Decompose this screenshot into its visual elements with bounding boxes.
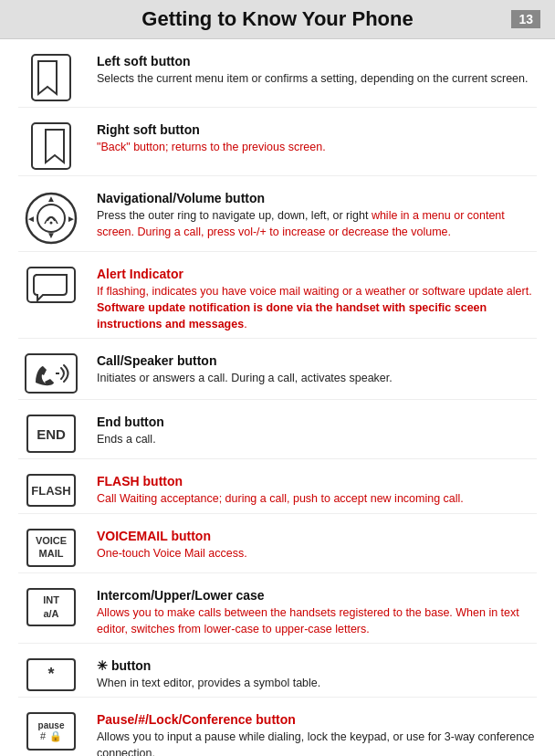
call-title: Call/Speaker button — [97, 353, 537, 368]
item-intercom-button: INTa/A Intercom/Upper/Lower case Allows … — [18, 583, 537, 644]
alert-desc: If flashing, indicates you have voice ma… — [97, 283, 537, 332]
pause-top-label: pause — [38, 720, 65, 730]
alert-icon — [18, 267, 84, 303]
star-icon: * — [18, 658, 84, 691]
page-header: Getting to Know Your Phone 13 — [0, 0, 555, 39]
page-title: Getting to Know Your Phone — [15, 7, 540, 31]
alert-text: Alert Indicator If flashing, indicates y… — [97, 267, 537, 332]
flash-desc: Call Waiting acceptance; during a call, … — [97, 490, 537, 507]
flash-icon: FLASH — [18, 474, 84, 507]
voicemail-text: VOICEMAIL button One-touch Voice Mail ac… — [97, 529, 537, 562]
star-label: * — [47, 665, 54, 684]
right-soft-icon — [18, 122, 84, 170]
page-number: 13 — [511, 10, 540, 28]
flash-title: FLASH button — [97, 474, 537, 488]
nav-title: Navigational/Volume button — [97, 191, 537, 205]
left-soft-title: Left soft button — [97, 54, 537, 68]
svg-rect-13 — [26, 354, 77, 393]
left-soft-desc: Selects the current menu item or confirm… — [97, 70, 537, 87]
left-soft-icon — [18, 54, 84, 101]
nav-desc: Press the outer ring to navigate up, dow… — [97, 207, 537, 240]
call-text: Call/Speaker button Initiates or answers… — [97, 353, 537, 386]
pause-text: Pause/#/Lock/Conference button Allows yo… — [97, 712, 537, 756]
end-title: End button — [97, 415, 537, 429]
pause-icon: pause #🔒 — [18, 712, 84, 751]
item-right-soft-button: Right soft button "Back" button; returns… — [18, 117, 537, 176]
voicemail-label: VOICEMAIL — [36, 535, 67, 559]
svg-point-5 — [37, 205, 65, 232]
item-left-soft-button: Left soft button Selects the current men… — [18, 48, 537, 108]
item-pause-button: pause #🔒 Pause/#/Lock/Conference button … — [18, 707, 537, 756]
left-soft-text: Left soft button Selects the current men… — [97, 54, 537, 87]
star-desc: When in text editor, provides a symbol t… — [97, 675, 537, 691]
item-voicemail-button: VOICEMAIL VOICEMAIL button One-touch Voi… — [18, 523, 537, 573]
item-flash-button: FLASH FLASH button Call Waiting acceptan… — [18, 468, 537, 513]
right-soft-text: Right soft button "Back" button; returns… — [97, 122, 537, 155]
content-area: Left soft button Selects the current men… — [0, 39, 555, 756]
svg-text:►: ► — [67, 214, 76, 224]
svg-text:◄: ◄ — [26, 214, 36, 224]
end-text: End button Ends a call. — [97, 415, 537, 447]
item-alert-indicator: Alert Indicator If flashing, indicates y… — [18, 261, 537, 339]
right-soft-title: Right soft button — [97, 122, 537, 137]
pause-bottom-label: #🔒 — [40, 730, 62, 742]
voicemail-title: VOICEMAIL button — [97, 529, 537, 543]
svg-text:▼: ▼ — [47, 230, 56, 240]
voicemail-desc: One-touch Voice Mail access. — [97, 545, 537, 562]
intercom-title: Intercom/Upper/Lower case — [97, 588, 537, 603]
call-desc: Initiates or answers a call. During a ca… — [97, 370, 537, 386]
flash-label: FLASH — [31, 484, 70, 498]
item-end-button: END End button Ends a call. — [18, 409, 537, 459]
call-icon — [18, 353, 84, 394]
end-icon: END — [18, 415, 84, 453]
intercom-desc: Allows you to make calls between the han… — [97, 604, 537, 637]
end-label: END — [37, 426, 66, 442]
item-star-button: * ✳ button When in text editor, provides… — [18, 653, 537, 698]
flash-text: FLASH button Call Waiting acceptance; du… — [97, 474, 537, 507]
intercom-text: Intercom/Upper/Lower case Allows you to … — [97, 588, 537, 637]
end-desc: Ends a call. — [97, 431, 537, 447]
svg-text:▲: ▲ — [47, 194, 56, 204]
nav-icon: ▲ ▼ ◄ ► vol — [18, 191, 84, 246]
intercom-label: INTa/A — [43, 593, 59, 620]
pause-title: Pause/#/Lock/Conference button — [97, 712, 537, 727]
right-soft-desc: "Back" button; returns to the previous s… — [97, 139, 537, 155]
nav-text: Navigational/Volume button Press the out… — [97, 191, 537, 240]
svg-point-11 — [50, 222, 53, 225]
item-call-button: Call/Speaker button Initiates or answers… — [18, 348, 537, 400]
item-nav-button: ▲ ▼ ◄ ► vol Navigational/Volume button P… — [18, 185, 537, 252]
pause-desc: Allows you to input a pause while dialin… — [97, 729, 537, 756]
star-text: ✳ button When in text editor, provides a… — [97, 658, 537, 691]
voicemail-icon: VOICEMAIL — [18, 529, 84, 567]
star-title: ✳ button — [97, 658, 537, 673]
alert-title: Alert Indicator — [97, 267, 537, 281]
intercom-icon: INTa/A — [18, 588, 84, 626]
